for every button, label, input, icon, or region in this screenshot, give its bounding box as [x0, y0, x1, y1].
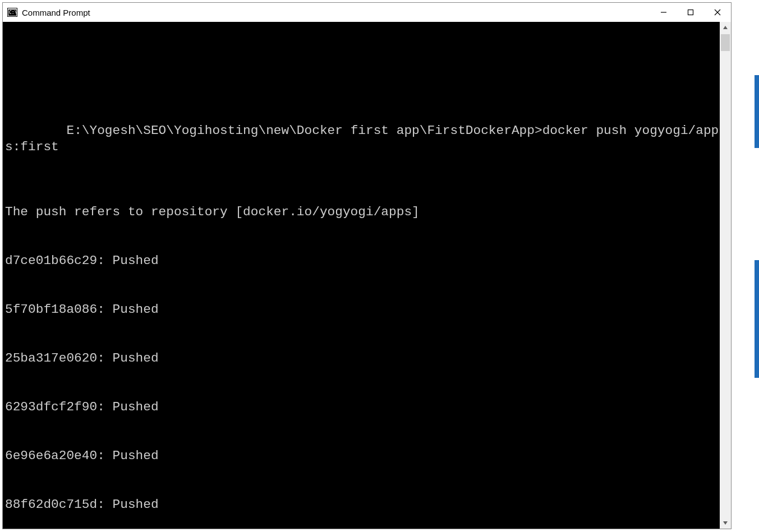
vertical-scrollbar[interactable]	[720, 22, 731, 529]
page-right-strip	[734, 2, 759, 529]
scroll-down-icon[interactable]	[720, 517, 731, 529]
layer-line: d7ce01b66c29: Pushed	[5, 253, 720, 269]
layer-line: 6293dfcf2f90: Pushed	[5, 399, 720, 415]
terminal-output[interactable]: E:\Yogesh\SEO\Yogihosting\new\Docker fir…	[3, 22, 720, 529]
cmd-icon: C:\	[7, 8, 17, 17]
layer-line: 5f70bf18a086: Pushed	[5, 302, 720, 318]
prompt-line: E:\Yogesh\SEO\Yogihosting\new\Docker fir…	[5, 107, 720, 172]
close-button[interactable]	[704, 3, 731, 22]
client-area: E:\Yogesh\SEO\Yogihosting\new\Docker fir…	[3, 22, 731, 529]
layer-line: 6e96e6a20e40: Pushed	[5, 448, 720, 464]
layer-line: 88f62d0c715d: Pushed	[5, 497, 720, 513]
svg-marker-8	[723, 26, 728, 29]
window-title: Command Prompt	[22, 8, 90, 17]
minimize-button[interactable]	[650, 3, 677, 22]
scroll-up-icon[interactable]	[720, 22, 731, 33]
svg-rect-5	[688, 10, 693, 15]
layer-line: 25ba317e0620: Pushed	[5, 350, 720, 367]
titlebar[interactable]: C:\ Command Prompt	[3, 3, 731, 22]
prompt-path: E:\Yogesh\SEO\Yogihosting\new\Docker fir…	[66, 123, 542, 138]
maximize-button[interactable]	[677, 3, 704, 22]
output-line: The push refers to repository [docker.io…	[5, 204, 720, 220]
svg-text:C:\: C:\	[9, 10, 17, 15]
scroll-thumb[interactable]	[721, 34, 730, 51]
svg-marker-9	[723, 521, 728, 525]
command-prompt-window: C:\ Command Prompt E:\Yogesh\SEO\Yogihos…	[2, 2, 732, 529]
